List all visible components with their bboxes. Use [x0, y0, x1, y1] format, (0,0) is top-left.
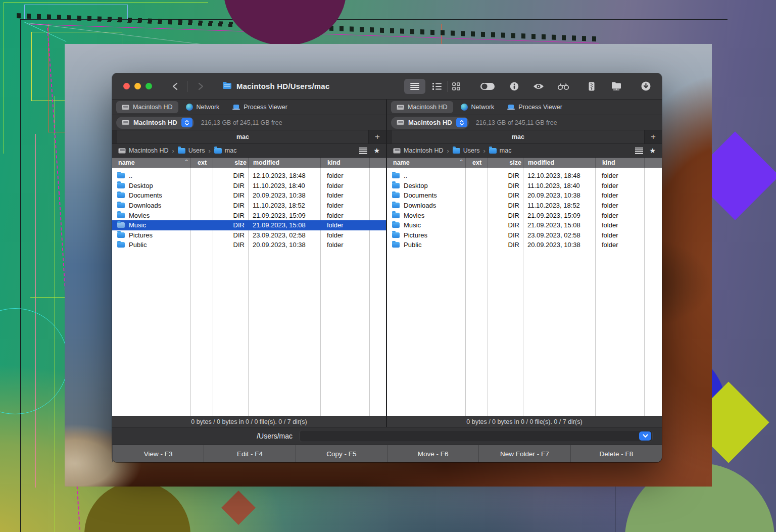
download-button[interactable]: [641, 79, 651, 94]
table-row[interactable]: Pictures DIR 23.09.2023, 02:58 folder: [387, 230, 662, 240]
zoom-button[interactable]: [146, 83, 152, 89]
favorites-star-icon[interactable]: ★: [373, 147, 380, 155]
background-diamond-rust: [221, 491, 256, 525]
function-button[interactable]: Edit - F4: [204, 445, 295, 462]
file-size: DIR: [488, 230, 523, 240]
column-ext[interactable]: ext: [190, 158, 213, 168]
close-button[interactable]: [123, 83, 130, 89]
column-modified[interactable]: modified: [248, 158, 320, 168]
breadcrumb-mac[interactable]: mac: [489, 147, 512, 154]
file-kind: folder: [320, 201, 369, 211]
function-button[interactable]: Copy - F5: [296, 445, 387, 462]
table-row[interactable]: Pictures DIR 23.09.2023, 02:58 folder: [112, 230, 386, 240]
table-row[interactable]: Documents DIR 20.09.2023, 10:38 folder: [387, 190, 662, 201]
tab-macintosh-hd[interactable]: Macintosh HD: [391, 101, 453, 113]
view-columns-icon[interactable]: [635, 148, 643, 154]
table-row[interactable]: .. DIR 12.10.2023, 18:48 folder: [112, 171, 386, 181]
column-name[interactable]: name ˆ: [112, 158, 190, 168]
grid-view-button[interactable]: [452, 79, 460, 94]
view-columns-icon[interactable]: [359, 148, 367, 154]
info-button[interactable]: [510, 79, 519, 94]
function-button[interactable]: View - F3: [112, 445, 204, 462]
monitor-icon: [507, 105, 515, 110]
breadcrumb-users[interactable]: Users: [178, 147, 205, 154]
tab-network[interactable]: Network: [455, 101, 500, 113]
drive-selector[interactable]: Macintosh HD: [116, 117, 194, 129]
breadcrumb-users[interactable]: Users: [453, 147, 480, 154]
minimize-button[interactable]: [134, 83, 141, 89]
column-modified[interactable]: modified: [523, 158, 595, 168]
table-row[interactable]: Movies DIR 21.09.2023, 15:09 folder: [112, 210, 386, 220]
preview-eye-button[interactable]: [533, 79, 544, 94]
function-button[interactable]: Move - F6: [387, 445, 478, 462]
table-row[interactable]: .. DIR 12.10.2023, 18:48 folder: [387, 171, 662, 181]
folder-tab-mac[interactable]: mac: [117, 130, 369, 143]
add-tab-button[interactable]: +: [645, 130, 662, 143]
left-file-list: .. DIR 12.10.2023, 18:48 folder Desktop …: [112, 168, 386, 416]
table-row[interactable]: Movies DIR 21.09.2023, 15:09 folder: [387, 210, 662, 220]
table-row[interactable]: Music DIR 21.09.2023, 15:08 folder: [112, 220, 386, 230]
table-row[interactable]: Public DIR 20.09.2023, 10:38 folder: [112, 240, 386, 250]
tab-label: Network: [471, 104, 495, 111]
background-line-pink-v: [35, 134, 36, 488]
table-row[interactable]: Desktop DIR 11.10.2023, 18:40 folder: [112, 181, 386, 191]
drive-dropdown-button[interactable]: [456, 118, 467, 127]
column-size[interactable]: size: [213, 158, 248, 168]
archive-zip-button[interactable]: [589, 79, 595, 94]
background-line-lime-h: [4, 2, 208, 3]
folder-tab-mac[interactable]: mac: [392, 130, 645, 143]
file-modified: 20.09.2023, 10:38: [523, 190, 595, 201]
table-row[interactable]: Documents DIR 20.09.2023, 10:38 folder: [112, 190, 386, 201]
file-size: DIR: [488, 201, 523, 211]
file-ext: [465, 220, 488, 230]
column-kind[interactable]: kind: [320, 158, 369, 168]
detail-view-button[interactable]: [432, 79, 442, 94]
table-row[interactable]: Desktop DIR 11.10.2023, 18:40 folder: [387, 181, 662, 191]
forward-button[interactable]: [194, 80, 207, 93]
left-location-tabs: Macintosh HD Network Process Viewer: [112, 100, 386, 115]
folder-icon: [392, 222, 400, 228]
sort-ascending-icon: ˆ: [460, 159, 462, 166]
breadcrumb-mac[interactable]: mac: [214, 147, 237, 154]
table-row[interactable]: Public DIR 20.09.2023, 10:38 folder: [387, 240, 662, 250]
toggle-panels-button[interactable]: [480, 79, 495, 94]
function-button[interactable]: Delete - F8: [570, 445, 662, 462]
breadcrumb-root[interactable]: Macintosh HD: [393, 147, 444, 154]
column-name[interactable]: name ˆ: [387, 158, 465, 168]
file-size: DIR: [213, 190, 248, 201]
network-share-button[interactable]: [611, 79, 622, 94]
column-kind[interactable]: kind: [595, 158, 644, 168]
tab-network[interactable]: Network: [180, 101, 225, 113]
table-row[interactable]: Music DIR 21.09.2023, 15:08 folder: [387, 220, 662, 230]
file-ext: [465, 181, 488, 191]
background-line-lime-v: [4, 2, 4, 154]
tab-process-viewer[interactable]: Process Viewer: [502, 101, 568, 113]
right-file-list: .. DIR 12.10.2023, 18:48 folder Desktop …: [387, 168, 662, 416]
title-folder-icon: [222, 81, 232, 91]
file-ext: [190, 240, 213, 250]
file-kind: folder: [595, 220, 644, 230]
hdd-icon: [397, 105, 404, 110]
file-ext: [465, 210, 488, 220]
left-pane: Macintosh HD Network Process Viewer: [112, 100, 387, 427]
table-row[interactable]: Downloads DIR 11.10.2023, 18:52 folder: [112, 201, 386, 211]
column-ext[interactable]: ext: [465, 158, 488, 168]
command-history-button[interactable]: [639, 431, 651, 441]
function-button[interactable]: New Folder - F7: [478, 445, 570, 462]
drive-selector[interactable]: Macintosh HD: [391, 117, 469, 129]
tab-process-viewer[interactable]: Process Viewer: [227, 101, 293, 113]
search-binoculars-button[interactable]: [557, 79, 569, 94]
column-size[interactable]: size: [488, 158, 523, 168]
right-column-header: name ˆ ext size modified kind: [387, 158, 662, 168]
table-row[interactable]: Downloads DIR 11.10.2023, 18:52 folder: [387, 201, 662, 211]
drive-dropdown-button[interactable]: [181, 118, 192, 127]
command-input[interactable]: [300, 430, 652, 442]
file-modified: 12.10.2023, 18:48: [248, 171, 320, 181]
breadcrumb-root[interactable]: Macintosh HD: [118, 147, 169, 154]
back-button[interactable]: [168, 80, 181, 93]
tab-macintosh-hd[interactable]: Macintosh HD: [116, 101, 178, 113]
add-tab-button[interactable]: +: [369, 130, 386, 143]
favorites-star-icon[interactable]: ★: [649, 147, 656, 155]
file-ext: [190, 181, 213, 191]
list-view-button[interactable]: [404, 79, 425, 94]
